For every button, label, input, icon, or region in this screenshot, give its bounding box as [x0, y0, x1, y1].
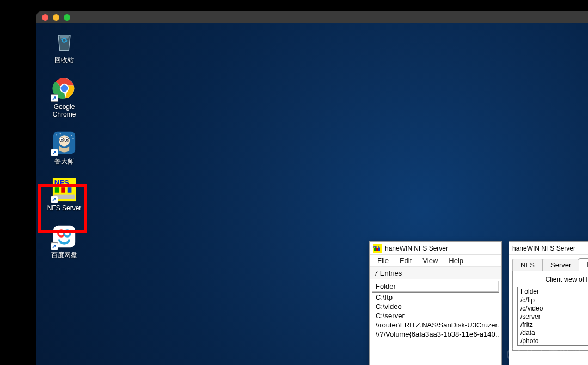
svg-point-7 — [61, 139, 63, 141]
desktop-icon-google-chrome[interactable]: Google Chrome — [41, 76, 87, 118]
list-item[interactable]: \\router\FRITZ.NAS\SanDisk-U3Cruzer… — [372, 320, 499, 330]
list-item[interactable]: /c/video — [518, 305, 588, 313]
list-item[interactable]: C:\video — [372, 302, 499, 311]
svg-point-8 — [66, 139, 68, 141]
window-title: haneWIN NFS Server — [512, 245, 575, 252]
svg-rect-24 — [374, 248, 376, 251]
menubar: File Edit View Help — [370, 255, 501, 267]
list-item[interactable]: /fritz — [518, 321, 588, 329]
windows-desktop[interactable]: 回收站 — [36, 23, 588, 365]
svg-rect-17 — [68, 187, 72, 193]
folder-list[interactable]: C:\ftp C:\video C:\server \\router\FRITZ… — [372, 293, 499, 339]
desktop-icon-label: 百度网盘 — [51, 251, 77, 259]
desktop-icon-recycle-bin[interactable]: 回收站 — [41, 29, 87, 64]
chrome-icon — [52, 76, 77, 101]
entries-count: 7 Entries — [370, 267, 501, 279]
tab-bar: NFS Server Ex — [509, 255, 588, 271]
nfs-server-icon: NFS — [52, 177, 77, 202]
shortcut-arrow-icon — [51, 242, 58, 250]
list-item[interactable]: /data — [518, 329, 588, 337]
shortcut-arrow-icon — [51, 149, 58, 156]
recycle-bin-icon — [52, 29, 77, 54]
hanewin-nfs-server-window[interactable]: NFS haneWIN NFS Server File Edit View He… — [369, 241, 502, 365]
svg-rect-26 — [378, 248, 380, 251]
menu-edit[interactable]: Edit — [395, 256, 416, 266]
desktop-icon-label: Google Chrome — [53, 103, 76, 118]
column-folder[interactable]: Folder — [372, 281, 499, 292]
tab-server[interactable]: Server — [542, 259, 579, 271]
baidu-netdisk-icon — [52, 224, 77, 249]
list-item[interactable]: \\?\Volume{6afa3aa3-1b38-11e6-a140… — [372, 330, 499, 339]
desktop-icon-label: 回收站 — [54, 56, 74, 64]
desktop-icon-baidu-netdisk[interactable]: 百度网盘 — [41, 224, 87, 259]
desktop-icons-column: 回收站 — [40, 29, 89, 259]
svg-point-10 — [60, 133, 61, 135]
app-titlebar[interactable]: NFS haneWIN NFS Server — [370, 242, 501, 255]
window-title: haneWIN NFS Server — [385, 245, 448, 252]
list-item[interactable]: C:\server — [372, 311, 499, 320]
list-header: Folder — [372, 281, 499, 293]
list-item[interactable]: /server — [518, 313, 588, 321]
shortcut-arrow-icon — [51, 94, 58, 102]
list-item[interactable]: /photo — [518, 337, 588, 345]
desktop-icon-label: 鲁大师 — [54, 157, 74, 165]
client-folder-list[interactable]: Folder /c/ftp /c/video /server /fritz /d… — [517, 287, 588, 346]
mac-minimize-button[interactable] — [53, 14, 59, 21]
stage: 回收站 — [0, 0, 588, 365]
app-titlebar[interactable]: haneWIN NFS Server — [509, 242, 588, 255]
tab-nfs[interactable]: NFS — [512, 259, 543, 271]
mac-zoom-button[interactable] — [64, 14, 70, 21]
svg-text:NFS: NFS — [373, 245, 380, 248]
svg-point-12 — [73, 138, 74, 139]
hanewin-nfs-settings-window[interactable]: haneWIN NFS Server NFS Server Ex Client … — [509, 241, 588, 365]
svg-rect-15 — [55, 187, 59, 193]
menu-help[interactable]: Help — [444, 256, 468, 266]
column-folder[interactable]: Folder — [518, 287, 588, 296]
shortcut-arrow-icon — [51, 196, 58, 203]
svg-text:NFS: NFS — [54, 179, 69, 187]
desktop-icon-label: NFS Server — [47, 204, 82, 212]
tab-content: Client view of folders Folder /c/ftp /c/… — [512, 271, 588, 351]
svg-point-11 — [71, 135, 72, 136]
ludashi-icon — [52, 130, 77, 155]
desktop-icon-nfs-server[interactable]: NFS NFS Server — [41, 177, 87, 212]
mac-titlebar — [36, 11, 588, 23]
client-view-label: Client view of folders — [517, 276, 588, 283]
menu-file[interactable]: File — [373, 256, 393, 266]
menu-view[interactable]: View — [418, 256, 442, 266]
list-item[interactable]: /c/ftp — [518, 296, 588, 305]
desktop-icon-ludashi[interactable]: 鲁大师 — [41, 130, 87, 165]
mac-close-button[interactable] — [42, 14, 48, 21]
list-item[interactable]: C:\ftp — [372, 293, 499, 302]
tab-exports[interactable]: Ex — [579, 258, 588, 271]
app-icon: NFS — [373, 244, 382, 253]
svg-rect-25 — [376, 248, 378, 251]
mac-window: 回收站 — [36, 11, 588, 365]
svg-rect-16 — [61, 187, 65, 193]
svg-point-9 — [56, 134, 57, 135]
